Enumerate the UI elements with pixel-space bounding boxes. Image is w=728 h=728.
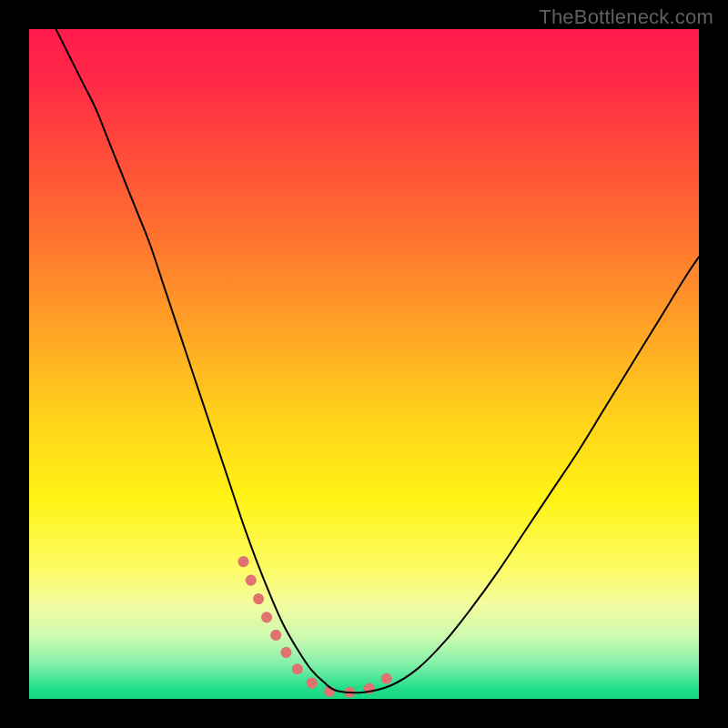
- gradient-background: [29, 29, 699, 699]
- plot-area: [29, 29, 699, 699]
- watermark-text: TheBottleneck.com: [539, 5, 713, 29]
- chart-frame: TheBottleneck.com: [0, 0, 728, 728]
- chart-svg: [29, 29, 699, 699]
